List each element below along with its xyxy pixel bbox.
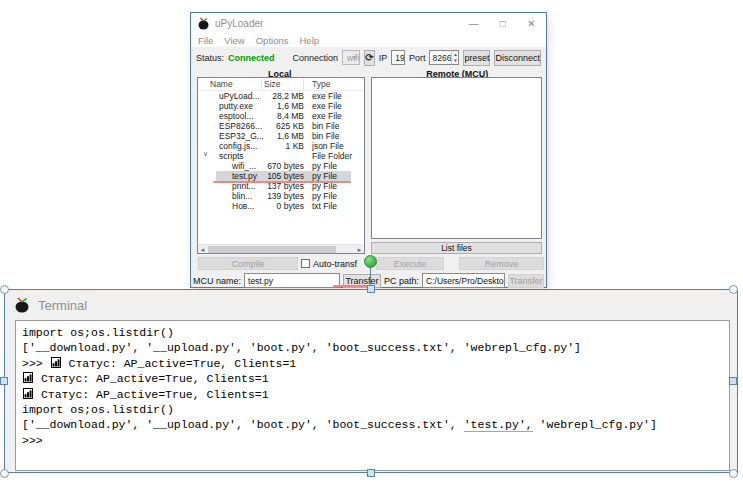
remote-file-list[interactable] <box>371 77 542 239</box>
file-size: 139 bytes <box>262 191 304 201</box>
file-size: 670 bytes <box>262 161 304 171</box>
file-row[interactable]: esptool...8,4 MBexe File <box>198 111 364 121</box>
menu-item-view[interactable]: View <box>224 35 244 46</box>
maximize-button[interactable]: □ <box>488 13 517 34</box>
file-type: py File <box>304 181 337 191</box>
file-row[interactable]: ESP32_G...1,6 MBbin File <box>198 131 364 141</box>
menu-item-options[interactable]: Options <box>256 35 289 46</box>
file-type: json File <box>304 141 344 151</box>
file-name: ∨scripts <box>198 151 262 161</box>
terminal-text: >>> <box>22 434 43 447</box>
compile-button[interactable]: Compile <box>198 257 298 270</box>
file-name: blin... <box>198 191 262 201</box>
terminal-title-bar[interactable]: Terminal <box>5 290 737 320</box>
disconnect-button[interactable]: Disconnect <box>494 50 541 66</box>
upyloader-window: uPyLoader — □ ✕ FileViewOptionsHelp Stat… <box>190 12 547 288</box>
mcu-name-input[interactable]: test.py <box>244 273 340 288</box>
spinner-arrows[interactable]: ▲▼ <box>451 51 458 64</box>
terminal-line: Статус: AP_active=True, Clients=1 <box>22 371 729 386</box>
scroll-right-icon[interactable]: ► <box>355 245 364 254</box>
file-size: 28,2 MB <box>262 91 304 101</box>
file-row[interactable]: print...137 bytespy File <box>198 181 364 191</box>
column-header-type[interactable]: Type <box>304 79 330 89</box>
close-button[interactable]: ✕ <box>517 13 546 34</box>
title-bar[interactable]: uPyLoader — □ ✕ <box>191 13 546 34</box>
file-row[interactable]: putty.exe1,6 MBexe File <box>198 101 364 111</box>
file-name: esptool... <box>198 111 262 121</box>
terminal-line: >>> <box>22 433 729 448</box>
terminal-title: Terminal <box>38 298 87 313</box>
status-value: Connected <box>228 53 275 63</box>
column-header-name[interactable]: Name <box>198 79 262 89</box>
file-row[interactable]: ∨scriptsFile Folder <box>198 151 364 161</box>
file-name: uPyLoad... <box>198 91 262 101</box>
selection-handle-top-center[interactable] <box>367 285 375 293</box>
file-size: 137 bytes <box>262 181 304 191</box>
chevron-down-icon[interactable]: ▼ <box>452 58 458 65</box>
execute-button[interactable]: Execute <box>376 257 444 270</box>
file-row[interactable]: ESP8266...625 KBbin File <box>198 121 364 131</box>
file-name: wifi_... <box>198 161 262 171</box>
terminal-line: import os;os.listdir() <box>22 402 729 417</box>
terminal-text: Статус: AP_active=True, Clients=1 <box>62 357 297 370</box>
menu-item-file[interactable]: File <box>198 35 213 46</box>
rotation-handle[interactable] <box>364 255 377 268</box>
file-type: exe File <box>304 101 342 111</box>
minimize-button[interactable]: — <box>459 13 488 34</box>
file-type: bin File <box>304 131 339 141</box>
selection-handle-bottom-right[interactable] <box>729 469 738 478</box>
file-row[interactable]: test.py105 bytespy File <box>198 171 364 181</box>
tree-column-headers[interactable]: Name Size Type <box>198 78 364 91</box>
status-label: Status: <box>196 53 224 63</box>
list-files-button[interactable]: List files <box>371 242 542 254</box>
bar-chart-icon <box>23 388 33 399</box>
local-file-tree[interactable]: Name Size Type uPyLoad...28,2 MBexe File… <box>197 77 365 254</box>
terminal-output[interactable]: import os;os.listdir()['__download.py', … <box>15 320 730 471</box>
selection-handle-middle-right[interactable] <box>729 377 737 385</box>
selection-handle-top-right[interactable] <box>729 285 738 294</box>
file-size: 1 KB <box>262 141 304 151</box>
file-row[interactable]: Нов...0 bytestxt File <box>198 201 364 211</box>
file-type: exe File <box>304 91 342 101</box>
bar-chart-icon <box>51 357 61 368</box>
file-name: test.py <box>198 171 262 181</box>
chevron-down-icon[interactable]: ∨ <box>203 150 208 158</box>
bar-chart-icon <box>23 372 33 383</box>
auto-transfer-checkbox[interactable] <box>301 259 310 268</box>
terminal-text: 'webrepl_cfg.py'] <box>533 418 657 431</box>
upyloader-app-icon <box>14 297 31 313</box>
scroll-left-icon[interactable]: ◄ <box>198 245 207 254</box>
scrollbar-thumb[interactable] <box>208 246 336 253</box>
file-panels: Name Size Type uPyLoad...28,2 MBexe File… <box>191 75 546 255</box>
menu-item-help[interactable]: Help <box>299 35 319 46</box>
remove-button[interactable]: Remove <box>459 257 544 270</box>
mcu-name-label: MCU name: <box>193 276 241 286</box>
auto-transfer-label: Auto-transf <box>313 259 357 269</box>
selection-handle-bottom-center[interactable] <box>367 469 375 477</box>
selection-handle-bottom-left[interactable] <box>0 469 9 478</box>
upyloader-app-icon <box>197 17 210 30</box>
port-label: Port <box>409 53 426 63</box>
file-row[interactable]: wifi_...670 bytespy File <box>198 161 364 171</box>
file-row[interactable]: uPyLoad...28,2 MBexe File <box>198 91 364 101</box>
preset-button[interactable]: preset <box>463 50 490 66</box>
port-stepper[interactable]: 8266 ▲▼ <box>429 50 459 65</box>
connection-select[interactable]: wifi ▾ <box>342 50 360 65</box>
ip-label: IP <box>379 53 388 63</box>
horizontal-scrollbar[interactable]: ◄ ► <box>198 244 364 253</box>
file-type: py File <box>304 171 337 181</box>
pc-path-input[interactable]: C:/Users/Pro/Desktop/ESPtools <box>422 273 505 288</box>
screenshot-canvas: uPyLoader — □ ✕ FileViewOptionsHelp Stat… <box>0 0 743 496</box>
ip-input[interactable]: 192.168.4.1 <box>391 50 405 65</box>
terminal-line: ['__download.py', '__upload.py', 'boot.p… <box>22 340 729 355</box>
refresh-button[interactable]: ⟳ <box>364 50 374 66</box>
file-size: 8,4 MB <box>262 111 304 121</box>
selection-handle-top-left[interactable] <box>0 285 9 294</box>
remote-panel: List files <box>371 77 542 254</box>
selection-handle-middle-left[interactable] <box>0 377 8 385</box>
file-row[interactable]: blin...139 bytespy File <box>198 191 364 201</box>
file-row[interactable]: config.js...1 KBjson File <box>198 141 364 151</box>
file-size: 0 bytes <box>262 201 304 211</box>
pc-transfer-button[interactable]: Transfer <box>508 274 544 288</box>
column-header-size[interactable]: Size <box>262 79 304 89</box>
